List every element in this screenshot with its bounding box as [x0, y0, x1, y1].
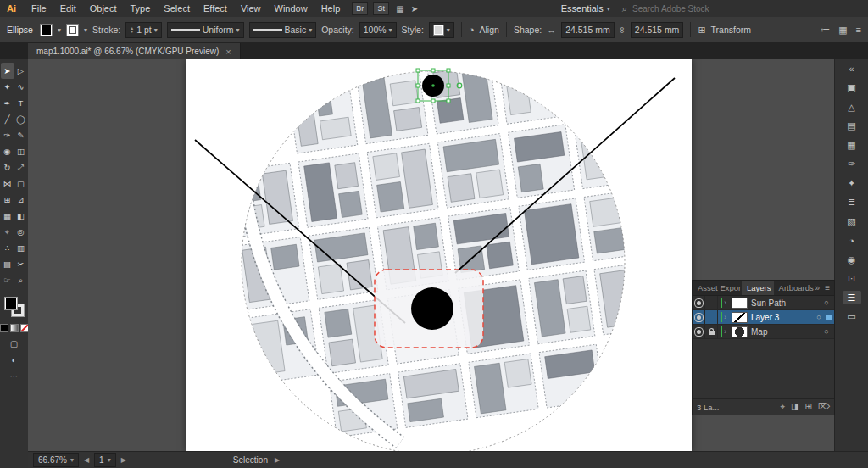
chevron-down-icon[interactable]: ▾ — [154, 26, 158, 34]
blob-brush-tool[interactable]: ◉ — [1, 143, 14, 159]
menu-effect[interactable]: Effect — [197, 3, 234, 14]
eraser-tool[interactable]: ◫ — [14, 143, 28, 159]
align-button[interactable]: Align — [480, 25, 499, 35]
layer-row-sun-path[interactable]: › Sun Path ○ — [693, 296, 834, 310]
scale-tool[interactable]: ⤢ — [14, 159, 28, 176]
free-transform-tool[interactable]: ▢ — [14, 176, 28, 192]
panel-expand-icon[interactable]: » — [815, 283, 821, 292]
shape-builder-tool[interactable]: ⊞ — [1, 192, 14, 208]
slice-tool[interactable]: ✂ — [14, 256, 28, 272]
artboards-panel-icon[interactable]: ▭ — [843, 310, 861, 324]
stroke-color-swatch[interactable] — [66, 24, 79, 36]
stroke-weight-field[interactable]: ▲▼ 1 pt ▾ — [125, 22, 161, 38]
stock-button[interactable]: St — [373, 2, 389, 15]
width-tool[interactable]: ⋈ — [1, 176, 14, 192]
direct-selection-tool[interactable]: ▷ — [14, 63, 28, 79]
menu-type[interactable]: Type — [124, 3, 158, 14]
menu-help[interactable]: Help — [314, 3, 348, 14]
zoom-dropdown[interactable]: 66.67% ▾ — [33, 453, 79, 467]
draw-mode-button[interactable]: ▢ — [10, 339, 18, 348]
color-mode-button[interactable] — [0, 324, 8, 332]
zoom-tool[interactable]: ⌕ — [14, 272, 28, 288]
ellipse-tool[interactable]: ◯ — [14, 111, 28, 127]
none-mode-button[interactable] — [20, 324, 29, 332]
graphic-styles-icon[interactable]: ⊡ — [843, 272, 861, 286]
layer-row-map[interactable]: › Map ○ — [693, 325, 834, 339]
style-dropdown[interactable]: ▾ — [429, 22, 454, 38]
blend-tool[interactable]: ◎ — [14, 224, 28, 240]
perspective-grid-tool[interactable]: ⊿ — [14, 192, 28, 208]
shape-width-field[interactable]: 24.515 mm — [561, 22, 615, 38]
brush-dropdown[interactable]: Basic ▾ — [249, 22, 317, 38]
collapse-panels-icon[interactable]: « — [843, 62, 861, 75]
artboard-tool[interactable]: ▤ — [1, 256, 14, 272]
artboard[interactable] — [186, 59, 692, 452]
lock-toggle[interactable] — [705, 310, 718, 324]
color-panel-icon[interactable]: ▣ — [843, 81, 861, 95]
expand-arrow-icon[interactable]: › — [724, 298, 732, 307]
panel-menu-icon[interactable]: ≡ — [825, 283, 830, 292]
sliders-icon[interactable]: ≔ — [821, 25, 830, 36]
stroke-caret-icon[interactable]: ▾ — [84, 26, 87, 34]
target-circle[interactable]: ○ — [821, 327, 832, 336]
hand-tool[interactable]: ☞ — [1, 272, 14, 288]
libraries-icon[interactable]: ▤ — [843, 120, 861, 133]
locate-object-icon[interactable]: ⌖ — [780, 402, 785, 412]
menu-window[interactable]: Window — [268, 3, 314, 14]
chevron-down-icon[interactable]: ▾ — [447, 26, 450, 34]
close-icon[interactable]: × — [225, 47, 231, 57]
lasso-tool[interactable]: ∿ — [14, 79, 28, 95]
menu-select[interactable]: Select — [157, 3, 197, 14]
document-tab[interactable]: map1.1000.ai* @ 66.67% (CMYK/GPU Preview… — [28, 43, 241, 59]
edit-toolbar-button[interactable]: ⋯ — [10, 371, 19, 381]
new-layer-icon[interactable]: ⊞ — [804, 402, 811, 412]
eyedropper-tool[interactable]: ⌖ — [1, 224, 14, 240]
expand-arrow-icon[interactable]: › — [724, 327, 732, 336]
transparency-icon[interactable]: ◔ — [843, 234, 861, 248]
artboard-svg[interactable] — [186, 59, 692, 452]
visibility-toggle[interactable] — [693, 296, 705, 309]
prev-artboard-icon[interactable]: ◀ — [84, 456, 89, 464]
bridge-button[interactable]: Br — [352, 2, 368, 15]
chevron-down-icon[interactable]: ▾ — [309, 26, 312, 34]
menu-object[interactable]: Object — [83, 3, 124, 14]
symbol-sprayer-tool[interactable]: ∴ — [1, 240, 14, 256]
shape-height-field[interactable]: 24.515 mm — [631, 22, 684, 38]
menu-file[interactable]: File — [25, 3, 53, 14]
stroke-panel-icon[interactable]: ≣ — [843, 196, 861, 209]
opacity-field[interactable]: 100% ▾ — [359, 22, 397, 38]
sun-symbol[interactable] — [422, 75, 444, 97]
pencil-tool[interactable]: ✎ — [14, 127, 28, 143]
adobe-stock-search[interactable]: ⌕ — [622, 3, 727, 14]
fill-stroke-widget[interactable] — [4, 297, 25, 317]
type-tool[interactable]: T — [14, 95, 28, 111]
width-profile-dropdown[interactable]: Uniform ▾ — [167, 22, 244, 38]
expand-arrow-icon[interactable]: › — [724, 313, 732, 321]
fill-proxy-swatch[interactable] — [4, 297, 18, 310]
pen-tool[interactable]: ✒ — [1, 95, 14, 111]
layer-name[interactable]: Layer 3 — [751, 313, 814, 322]
site-marker-circle[interactable] — [411, 287, 453, 330]
layer-name[interactable]: Map — [751, 327, 821, 337]
magic-wand-tool[interactable]: ✦ — [1, 79, 14, 95]
stepper-icon[interactable]: ▲▼ — [130, 26, 134, 33]
chevron-down-icon[interactable]: ▾ — [389, 26, 392, 34]
make-mask-icon[interactable]: ◨ — [791, 402, 798, 412]
workspace-switcher[interactable]: Essentials ▾ — [561, 3, 610, 14]
recolor-artwork-icon[interactable]: ◔ — [469, 25, 475, 35]
visibility-toggle[interactable] — [693, 325, 705, 338]
transform-button[interactable]: Transform — [711, 25, 751, 35]
layer-thumbnail[interactable] — [732, 312, 748, 323]
layer-thumbnail[interactable] — [732, 298, 748, 309]
tab-layers[interactable]: Layers — [742, 281, 774, 295]
gradient-mode-button[interactable] — [10, 324, 19, 332]
tab-artboards[interactable]: Artboards — [774, 281, 815, 295]
menu-view[interactable]: View — [234, 3, 268, 14]
column-graph-tool[interactable]: ▥ — [14, 240, 28, 256]
delete-layer-icon[interactable]: ⌦ — [818, 402, 830, 412]
chevron-down-icon[interactable]: ▾ — [236, 26, 239, 34]
selection-tool[interactable]: ➤ — [1, 63, 14, 79]
screen-mode-button[interactable]: ◐ — [11, 355, 16, 365]
target-circle[interactable]: ○ — [821, 298, 832, 307]
rotate-tool[interactable]: ↻ — [1, 159, 14, 176]
